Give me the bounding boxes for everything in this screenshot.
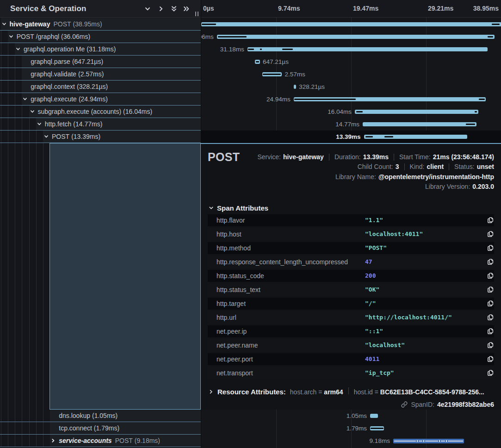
span-bar[interactable] <box>370 414 378 418</box>
indent-guide <box>1 422 1 434</box>
span-bar[interactable] <box>294 85 296 89</box>
span-tree-row[interactable]: http.fetch(14.77ms) <box>0 118 201 131</box>
span-tree-row[interactable]: graphql.operation Me(31.18ms) <box>0 43 201 56</box>
service-name: hive-gateway <box>10 20 50 28</box>
span-tree-row[interactable]: POST /graphql(36.06ms) <box>0 31 201 43</box>
span-bar[interactable] <box>355 110 478 114</box>
attribute-value: "::1" <box>365 325 383 337</box>
span-tree-row[interactable]: subgraph.execute (accounts)(16.04ms) <box>0 106 201 118</box>
indent-guide <box>29 143 30 410</box>
bar-duration-label: 9.18ms <box>370 438 390 444</box>
operation-name: graphql.operation Me <box>24 45 85 53</box>
attribute-key: http.url <box>216 311 236 324</box>
indent-guide <box>29 435 30 447</box>
span-bar[interactable] <box>393 439 464 443</box>
panel-resize-grip[interactable] <box>195 12 199 16</box>
ruler-tick: 9.74ms <box>278 5 300 12</box>
indent-guide <box>1 435 1 447</box>
copy-icon[interactable] <box>487 286 494 293</box>
span-bar[interactable] <box>217 35 495 39</box>
indent-guide <box>43 143 43 410</box>
span-bar[interactable] <box>294 97 486 101</box>
attribute-value: "localhost:4011" <box>365 228 423 240</box>
attribute-row: http.flavor"1.1" <box>208 214 494 226</box>
span-attributes-section-toggle[interactable]: Span Attributes <box>209 204 268 212</box>
operation-name: POST <box>115 437 133 444</box>
collapse-one-icon[interactable] <box>144 6 151 12</box>
copy-icon[interactable] <box>487 370 494 376</box>
copy-icon[interactable] <box>487 231 494 237</box>
span-tree-row[interactable]: dns.lookup(1.05ms) <box>0 410 201 422</box>
span-bar[interactable] <box>247 47 488 51</box>
copy-icon[interactable] <box>487 259 494 265</box>
span-bar[interactable] <box>201 22 501 26</box>
attribute-value: 200 <box>365 270 376 282</box>
copy-icon[interactable] <box>487 273 494 279</box>
span-tree-row[interactable]: tcp.connect(1.79ms) <box>0 422 201 435</box>
meta-label: Library Version: <box>425 183 470 190</box>
indent-guide <box>36 422 37 434</box>
meta-value: 0.203.0 <box>472 183 494 190</box>
resource-attributes-section-toggle[interactable]: Resource Attributes: host.arch = arm64ho… <box>209 387 484 396</box>
span-tree-row[interactable]: graphql.validate(2.57ms) <box>0 68 201 81</box>
indent-guide <box>15 106 15 118</box>
span-row-label: POST(13.39ms) <box>52 131 100 143</box>
copy-icon[interactable] <box>487 342 494 348</box>
copy-icon[interactable] <box>487 300 494 307</box>
child-span-segment <box>263 74 281 75</box>
span-tree-row[interactable]: graphql.execute(24.94ms) <box>0 93 201 106</box>
span-tree-row[interactable]: POST(13.39ms) <box>0 131 201 143</box>
child-span-segment <box>356 111 363 112</box>
span-tree-row[interactable]: graphql.context(328.21µs) <box>0 81 201 93</box>
child-span-segment <box>294 99 356 100</box>
copy-icon[interactable] <box>487 314 494 321</box>
chevron-down-icon[interactable] <box>37 122 42 126</box>
child-span-segment <box>256 61 259 62</box>
span-tree-row[interactable]: service-accountsPOST(9.18ms) <box>0 435 201 447</box>
copy-icon[interactable] <box>487 217 494 224</box>
chevron-down-icon[interactable] <box>2 22 6 26</box>
chevron-down-icon[interactable] <box>16 47 20 51</box>
span-bar[interactable] <box>262 72 282 76</box>
attribute-row: net.peer.name"localhost" <box>208 339 494 351</box>
link-icon[interactable] <box>401 401 408 408</box>
span-row-label: POST /graphql(36.06ms) <box>17 31 90 43</box>
meta-label: Child Count: <box>358 163 393 170</box>
ruler-tick: 38.95ms <box>473 5 499 12</box>
chevron-down-icon[interactable] <box>30 109 35 114</box>
meta-label: Kind: <box>410 163 425 170</box>
indent-guide <box>15 422 15 434</box>
span-row-label: graphql.parse(647.21µs) <box>31 56 103 68</box>
span-bar[interactable] <box>370 426 384 430</box>
span-bar[interactable] <box>255 60 260 64</box>
child-span-segment <box>466 124 475 125</box>
chevron-down-icon[interactable] <box>23 97 27 101</box>
indent-guide <box>29 422 30 434</box>
span-tree-row[interactable]: hive-gatewayPOST(38.95ms) <box>0 18 201 31</box>
span-row-content: http.fetch(14.77ms) <box>36 118 201 130</box>
collapse-all-icon[interactable] <box>171 6 177 12</box>
chevron-down-icon <box>209 205 214 211</box>
attribute-key: net.peer.name <box>216 339 258 351</box>
expand-all-icon[interactable] <box>183 6 190 12</box>
copy-icon[interactable] <box>487 356 494 362</box>
copy-icon[interactable] <box>487 245 494 251</box>
attribute-value: "localhost" <box>365 339 405 351</box>
indent-guide <box>8 68 8 80</box>
expand-one-icon[interactable] <box>158 6 164 12</box>
chevron-down-icon[interactable] <box>9 34 13 39</box>
span-row-content: tcp.connect(1.79ms) <box>50 422 201 434</box>
chevron-down-icon[interactable] <box>44 134 49 139</box>
span-tree-row[interactable]: graphql.parse(647.21µs) <box>0 56 201 68</box>
meta-label: Status: <box>454 163 475 170</box>
copy-icon[interactable] <box>487 328 494 335</box>
indent-guide <box>8 93 8 105</box>
chevron-right-icon[interactable] <box>51 438 56 443</box>
indent-guide <box>1 81 1 93</box>
span-bar[interactable] <box>364 135 467 139</box>
span-tree-panel: Service & Operation hive-gatewayPOST(38.… <box>0 0 201 448</box>
attribute-row: net.transport"ip_tcp" <box>208 367 494 379</box>
span-bar[interactable] <box>363 122 476 126</box>
indent-guide <box>15 118 15 130</box>
indent-guide <box>8 131 8 143</box>
